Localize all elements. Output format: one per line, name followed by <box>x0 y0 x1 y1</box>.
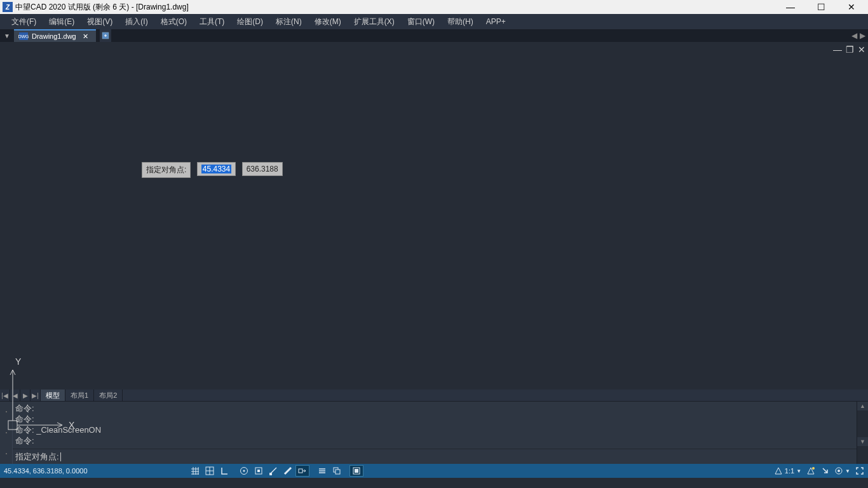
gear-icon <box>834 466 843 475</box>
menu-format[interactable]: 格式(O) <box>154 14 193 29</box>
clean-screen-toggle[interactable] <box>855 466 864 475</box>
layout-tab-layout2[interactable]: 布局2 <box>94 390 123 401</box>
menu-file[interactable]: 文件(F) <box>5 14 43 29</box>
cycle-toggle[interactable] <box>330 465 344 477</box>
svg-rect-9 <box>269 473 272 475</box>
text-cursor <box>60 452 61 461</box>
menubar: 文件(F) 编辑(E) 视图(V) 插入(I) 格式(O) 工具(T) 绘图(D… <box>0 14 868 29</box>
command-prompt: 指定对角点: <box>15 451 59 463</box>
scroll-down-button[interactable]: ▼ <box>857 437 868 446</box>
status-toggle-group <box>188 465 363 477</box>
dynamic-input-tooltip: 指定对角点: 45.4334 636.3188 <box>142 162 283 178</box>
new-tab-button[interactable] <box>100 29 111 42</box>
model-toggle[interactable] <box>349 465 363 477</box>
close-button[interactable]: ✕ <box>843 2 860 12</box>
layout-last-button[interactable]: ▶| <box>31 390 41 401</box>
window-controls: — ☐ ✕ <box>782 2 860 12</box>
titlebar: Z 中望CAD 2020 试用版 (剩余 6 天) - [Drawing1.dw… <box>0 0 868 14</box>
dyn-input-toggle[interactable] <box>295 465 309 477</box>
dynamic-input-label: 指定对角点: <box>142 162 191 178</box>
svg-rect-12 <box>336 470 340 474</box>
otrack-toggle[interactable] <box>266 465 280 477</box>
command-history[interactable]: 命令: 命令: 命令: _CleanScreenON 命令: <box>13 402 857 449</box>
mdi-close-button[interactable]: ✕ <box>858 44 865 55</box>
svg-point-17 <box>837 470 840 472</box>
ucs-y-label: Y <box>15 357 22 367</box>
command-scrollbar[interactable]: ▲ ▼ <box>857 402 868 464</box>
annotation-autoscale-toggle[interactable] <box>820 466 829 475</box>
menu-tools[interactable]: 工具(T) <box>193 14 231 29</box>
menu-express[interactable]: 扩展工具(X) <box>348 14 401 29</box>
maximize-button[interactable]: ☐ <box>812 2 830 12</box>
tab-scroll-left-icon[interactable]: ◀ <box>851 31 857 40</box>
menu-help[interactable]: 帮助(H) <box>441 14 480 29</box>
scroll-up-button[interactable]: ▲ <box>857 402 868 410</box>
dynamic-input-x[interactable]: 45.4334 <box>197 162 236 176</box>
annotation-visibility-toggle[interactable] <box>806 466 815 475</box>
window-title: 中望CAD 2020 试用版 (剩余 6 天) - [Drawing1.dwg] <box>15 2 782 13</box>
polar-toggle[interactable] <box>237 465 251 477</box>
minimize-button[interactable]: — <box>782 2 799 12</box>
chevron-down-icon: ▼ <box>796 468 801 474</box>
tab-scroll-right-icon[interactable]: ▶ <box>860 31 865 40</box>
layout-next-button[interactable]: ▶ <box>20 390 31 401</box>
tab-close-button[interactable]: ✕ <box>80 32 91 41</box>
menu-window[interactable]: 窗口(W) <box>401 14 441 29</box>
tab-menu-caret[interactable]: ▼ <box>0 29 14 42</box>
command-body: 命令: 命令: 命令: _CleanScreenON 命令: 指定对角点: <box>13 402 857 464</box>
drawing-canvas[interactable]: — ❐ ✕ 指定对角点: 45.4334 636.3188 X Y <box>0 42 868 390</box>
layout-tab-model[interactable]: 模型 <box>41 390 65 401</box>
menu-draw[interactable]: 绘图(D) <box>231 14 269 29</box>
properties-toggle[interactable] <box>315 465 329 477</box>
layout-tab-spacer <box>123 390 868 401</box>
mdi-restore-button[interactable]: ❐ <box>846 44 854 55</box>
menu-modify[interactable]: 修改(M) <box>308 14 348 29</box>
grid-toggle[interactable] <box>203 465 217 477</box>
layout-nav: |◀ ◀ ▶ ▶| <box>0 390 41 401</box>
lineweight-toggle[interactable] <box>281 465 295 477</box>
mdi-minimize-button[interactable]: — <box>833 44 842 55</box>
command-input[interactable]: 指定对角点: <box>13 449 857 464</box>
svg-point-6 <box>243 470 245 472</box>
svg-rect-14 <box>355 469 358 473</box>
dynamic-input-y[interactable]: 636.3188 <box>242 162 283 176</box>
menu-edit[interactable]: 编辑(E) <box>43 14 81 29</box>
scale-label: 1:1 <box>785 467 794 475</box>
app-icon: Z <box>3 2 13 12</box>
svg-point-15 <box>812 467 815 470</box>
layout-prev-button[interactable]: ◀ <box>10 390 20 401</box>
chevron-down-icon: ▼ <box>845 468 850 474</box>
document-tab-label: Drawing1.dwg <box>32 32 76 40</box>
status-right-group: 1:1 ▼ ▼ <box>774 466 864 475</box>
menu-insert[interactable]: 插入(I) <box>119 14 154 29</box>
osnap-toggle[interactable] <box>252 465 266 477</box>
document-tabbar: ▼ DWG Drawing1.dwg ✕ ◀ ▶ <box>0 29 868 42</box>
status-coordinates[interactable]: 45.4334, 636.3188, 0.0000 <box>4 467 118 475</box>
annotation-icon <box>774 466 783 475</box>
layout-tab-layout1[interactable]: 布局1 <box>65 390 94 401</box>
statusbar: 45.4334, 636.3188, 0.0000 <box>0 464 868 478</box>
command-area: 命令: 命令: 命令: _CleanScreenON 命令: 指定对角点: ▲ … <box>0 401 868 464</box>
dwg-file-icon: DWG <box>19 32 28 40</box>
fullscreen-icon <box>855 466 864 475</box>
layout-tabbar: |◀ ◀ ▶ ▶| 模型 布局1 布局2 <box>0 390 868 401</box>
snap-toggle[interactable] <box>188 465 202 477</box>
menu-appplus[interactable]: APP+ <box>480 14 512 29</box>
menu-dimension[interactable]: 标注(N) <box>269 14 308 29</box>
layout-first-button[interactable]: |◀ <box>0 390 10 401</box>
tabbar-right-controls: ◀ ▶ <box>851 29 868 42</box>
svg-rect-10 <box>299 469 302 473</box>
workspace-switch[interactable]: ▼ <box>834 466 850 475</box>
ortho-toggle[interactable] <box>217 465 231 477</box>
svg-rect-8 <box>257 470 260 472</box>
menu-view[interactable]: 视图(V) <box>81 14 119 29</box>
annotation-scale[interactable]: 1:1 ▼ <box>774 466 801 475</box>
document-tab[interactable]: DWG Drawing1.dwg ✕ <box>14 29 96 42</box>
command-drag-handle[interactable] <box>0 402 13 464</box>
mdi-window-controls: — ❐ ✕ <box>833 44 865 55</box>
